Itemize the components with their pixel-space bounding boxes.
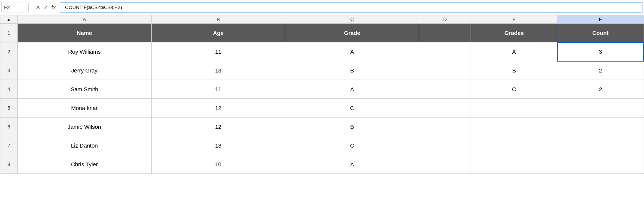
cell-b7[interactable]: 13 (151, 136, 285, 155)
formula-text-content: =COUNTIF($C$2:$C$8,E2) (62, 5, 122, 10)
table-row: 4Sam Smith11AC2 (0, 80, 644, 99)
corner-cell: ▲ (0, 15, 18, 24)
cell-c5[interactable]: C (285, 99, 419, 118)
header-cell-e[interactable]: Grades (471, 24, 557, 42)
spreadsheet-table: ▲ A B C D E F 1NameAgeGradeGradesCount2R… (0, 15, 644, 174)
cell-a6[interactable]: Jamie Wilson (18, 118, 152, 136)
cell-a4[interactable]: Sam Smith (18, 80, 152, 99)
formula-input[interactable]: =COUNTIF($C$2:$C$8,E2) (60, 2, 642, 13)
formula-bar-divider (31, 3, 31, 12)
cell-d5[interactable] (419, 99, 471, 118)
cell-b4[interactable]: 11 (151, 80, 285, 99)
cell-d3[interactable] (419, 61, 471, 80)
table-row: 3Jerry Gray13BB2 (0, 61, 644, 80)
cell-reference-box[interactable]: F2 (2, 3, 29, 12)
spreadsheet-table-wrapper: ▲ A B C D E F 1NameAgeGradeGradesCount2R… (0, 15, 644, 174)
cell-f6[interactable] (557, 118, 644, 136)
col-header-d[interactable]: D (419, 15, 471, 24)
table-row: 6Jamie Wilson12B (0, 118, 644, 136)
cell-d6[interactable] (419, 118, 471, 136)
cell-e4[interactable]: C (471, 80, 557, 99)
cell-c8[interactable]: A (285, 155, 419, 174)
header-cell-d[interactable] (419, 24, 471, 42)
confirm-icon[interactable]: ✓ (44, 4, 48, 11)
table-row: 7Liz Danton13C (0, 136, 644, 155)
cell-a2[interactable]: Roy Williams (18, 42, 152, 61)
cell-c6[interactable]: B (285, 118, 419, 136)
cell-a8[interactable]: Chris Tyler (18, 155, 152, 174)
col-header-b[interactable]: B (151, 15, 285, 24)
row-number-cell[interactable]: 5 (0, 99, 18, 118)
cell-b5[interactable]: 12 (151, 99, 285, 118)
table-row: 1NameAgeGradeGradesCount (0, 24, 644, 42)
row-number-cell[interactable]: 3 (0, 61, 18, 80)
cell-e3[interactable]: B (471, 61, 557, 80)
col-header-e[interactable]: E (471, 15, 557, 24)
row-number-cell[interactable]: 1 (0, 24, 18, 42)
col-header-f[interactable]: F (557, 15, 644, 24)
cell-d2[interactable] (419, 42, 471, 61)
cell-b3[interactable]: 13 (151, 61, 285, 80)
table-row: 8Chris Tyler10A (0, 155, 644, 174)
cell-c4[interactable]: A (285, 80, 419, 99)
cell-d8[interactable] (419, 155, 471, 174)
cell-ref-label: F2 (4, 5, 10, 10)
cell-b8[interactable]: 10 (151, 155, 285, 174)
header-cell-a[interactable]: Name (18, 24, 152, 42)
col-header-c[interactable]: C (285, 15, 419, 24)
cell-f5[interactable] (557, 99, 644, 118)
row-number-cell[interactable]: 8 (0, 155, 18, 174)
spreadsheet: F2 ✕ ✓ fx =COUNTIF($C$2:$C$8,E2) (0, 0, 644, 199)
cell-e5[interactable] (471, 99, 557, 118)
formula-bar: F2 ✕ ✓ fx =COUNTIF($C$2:$C$8,E2) (0, 0, 644, 15)
fx-icon[interactable]: fx (51, 4, 56, 11)
header-cell-c[interactable]: Grade (285, 24, 419, 42)
header-cell-b[interactable]: Age (151, 24, 285, 42)
cell-f8[interactable] (557, 155, 644, 174)
cell-c3[interactable]: B (285, 61, 419, 80)
cell-f2[interactable]: 3 (557, 42, 644, 61)
table-row: 2Roy Williams11AA3 (0, 42, 644, 61)
cell-d4[interactable] (419, 80, 471, 99)
cell-a5[interactable]: Mona kriar (18, 99, 152, 118)
cell-e8[interactable] (471, 155, 557, 174)
cell-e6[interactable] (471, 118, 557, 136)
cell-c7[interactable]: C (285, 136, 419, 155)
cell-f4[interactable]: 2 (557, 80, 644, 99)
cell-a3[interactable]: Jerry Gray (18, 61, 152, 80)
cancel-icon[interactable]: ✕ (36, 4, 41, 11)
cell-e2[interactable]: A (471, 42, 557, 61)
cell-e7[interactable] (471, 136, 557, 155)
col-header-a[interactable]: A (18, 15, 152, 24)
cell-c2[interactable]: A (285, 42, 419, 61)
cell-b2[interactable]: 11 (151, 42, 285, 61)
header-cell-f[interactable]: Count (557, 24, 644, 42)
cell-a7[interactable]: Liz Danton (18, 136, 152, 155)
table-row: 5Mona kriar12C (0, 99, 644, 118)
cell-d7[interactable] (419, 136, 471, 155)
formula-bar-icons: ✕ ✓ fx (33, 4, 58, 11)
row-number-cell[interactable]: 2 (0, 42, 18, 61)
cell-f3[interactable]: 2 (557, 61, 644, 80)
cell-b6[interactable]: 12 (151, 118, 285, 136)
cell-f7[interactable] (557, 136, 644, 155)
row-number-cell[interactable]: 6 (0, 118, 18, 136)
row-number-cell[interactable]: 4 (0, 80, 18, 99)
column-header-row: ▲ A B C D E F (0, 15, 644, 24)
row-number-cell[interactable]: 7 (0, 136, 18, 155)
